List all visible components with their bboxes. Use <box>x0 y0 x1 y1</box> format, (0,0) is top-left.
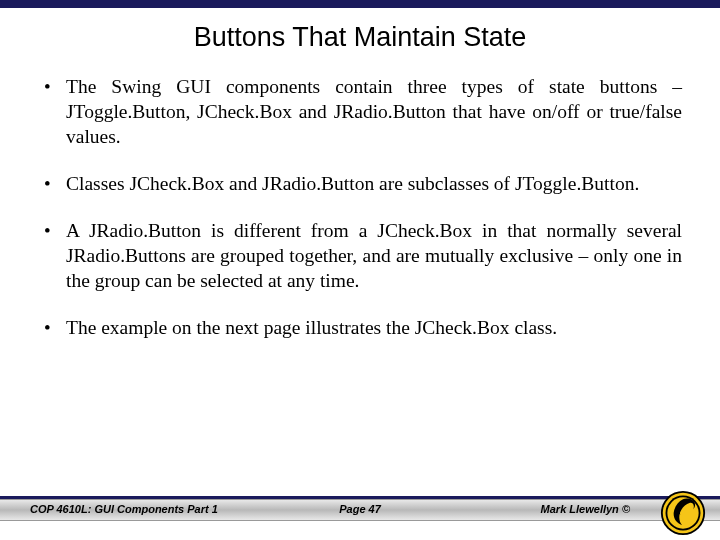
footer-text-row: COP 4610L: GUI Components Part 1 Page 47… <box>0 499 720 519</box>
footer-course: COP 4610L: GUI Components Part 1 <box>30 503 218 515</box>
slide-content: The Swing GUI components contain three t… <box>0 75 720 341</box>
ucf-pegasus-logo-icon <box>660 490 706 536</box>
top-border-bar <box>0 0 720 8</box>
footer-author: Mark Llewellyn © <box>541 503 630 515</box>
bullet-item: The example on the next page illustrates… <box>38 316 682 341</box>
bullet-list: The Swing GUI components contain three t… <box>38 75 682 341</box>
bullet-item: Classes JCheck.Box and JRadio.Button are… <box>38 172 682 197</box>
slide-title: Buttons That Maintain State <box>0 22 720 53</box>
footer: COP 4610L: GUI Components Part 1 Page 47… <box>0 496 720 540</box>
bullet-item: The Swing GUI components contain three t… <box>38 75 682 150</box>
bullet-item: A JRadio.Button is different from a JChe… <box>38 219 682 294</box>
